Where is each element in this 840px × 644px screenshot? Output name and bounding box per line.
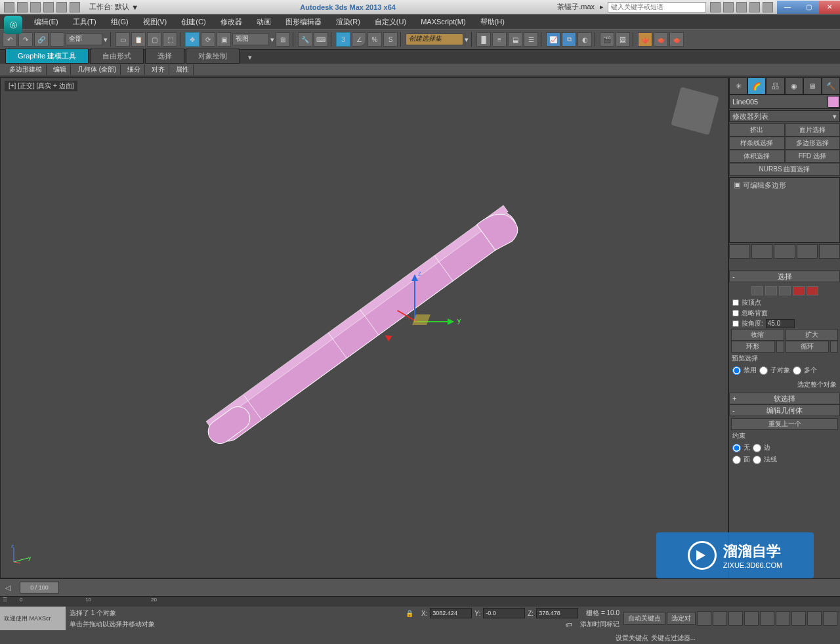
rollout-softselection-header[interactable]: +软选择: [729, 393, 840, 404]
unlink-button[interactable]: [50, 32, 64, 47]
ribbon-tab-freeform[interactable]: 自由形式: [90, 49, 144, 64]
modbtn-ffdselect[interactable]: FFD 选择: [785, 150, 841, 163]
render-production-button[interactable]: 🫖: [638, 32, 652, 47]
application-button[interactable]: Ⓐ: [4, 16, 22, 34]
constraint-normal-radio[interactable]: [753, 456, 761, 464]
display-tab-icon[interactable]: 🖥: [803, 77, 822, 95]
modbtn-nurbs[interactable]: NURBS 曲面选择: [729, 163, 840, 176]
select-and-scale-button[interactable]: ▣: [217, 32, 231, 47]
favorites-icon[interactable]: [710, 2, 721, 12]
ribbon-tab-objectpaint[interactable]: 对象绘制: [186, 49, 240, 64]
subobj-edge-icon[interactable]: [765, 286, 777, 295]
loop-button[interactable]: 循环: [786, 341, 830, 353]
spinner-snap-button[interactable]: S: [383, 32, 398, 47]
select-object-button[interactable]: ▭: [116, 32, 130, 47]
repeat-last-button[interactable]: 重复上一个: [731, 418, 838, 430]
ribbon-sub-geometry[interactable]: 几何体 (全部): [74, 64, 121, 75]
link-button[interactable]: 🔗: [34, 32, 49, 47]
menu-tools[interactable]: 工具(T): [66, 15, 103, 29]
minimize-button[interactable]: —: [777, 1, 798, 14]
time-tag-icon[interactable]: 🏷: [566, 621, 572, 628]
ribbon-sub-subdiv[interactable]: 细分: [123, 64, 145, 75]
menu-grapheditors[interactable]: 图形编辑器: [279, 15, 328, 29]
viewport-label[interactable]: [+] [正交] [真实 + 边面]: [5, 81, 77, 91]
render-iterative-button[interactable]: 🫖: [654, 32, 668, 47]
object-color-swatch[interactable]: [828, 96, 839, 108]
show-end-result-icon[interactable]: [751, 244, 772, 259]
coord-z-input[interactable]: 378.478: [536, 608, 578, 618]
ribbon-expand-icon[interactable]: ▾: [246, 51, 254, 64]
goto-end-button[interactable]: [760, 611, 774, 626]
next-frame-button[interactable]: [744, 611, 759, 626]
utilities-tab-icon[interactable]: 🔨: [822, 77, 840, 95]
percent-snap-button[interactable]: %: [368, 32, 382, 47]
by-vertex-checkbox[interactable]: 按顶点: [731, 297, 838, 308]
constraint-none-radio[interactable]: [732, 444, 741, 452]
modify-tab-icon[interactable]: 🌈: [747, 77, 766, 95]
constraint-edge-radio[interactable]: [753, 444, 761, 452]
keyfilter-button[interactable]: 关键点过滤器...: [651, 633, 696, 643]
model-object[interactable]: [106, 111, 604, 584]
remove-modifier-icon[interactable]: [797, 244, 818, 259]
menu-customize[interactable]: 自定义(U): [368, 15, 413, 29]
ribbon-toggle-button[interactable]: ☰: [524, 32, 538, 47]
menu-edit[interactable]: 编辑(E): [28, 15, 65, 29]
ribbon-sub-properties[interactable]: 属性: [172, 64, 194, 75]
autokey-button[interactable]: 自动关键点: [623, 612, 665, 625]
select-and-move-button[interactable]: ✥: [185, 32, 200, 47]
close-button[interactable]: ✕: [819, 1, 840, 14]
constraint-face-radio[interactable]: [732, 456, 741, 464]
layer-manager-button[interactable]: ⬓: [508, 32, 522, 47]
ring-spinner[interactable]: [776, 341, 784, 353]
by-angle-spinner[interactable]: 45.0: [766, 319, 795, 328]
schematic-view-button[interactable]: ⧉: [562, 32, 576, 47]
track-bar[interactable]: ☰ 0 10 20: [0, 596, 840, 607]
ignore-backfacing-checkbox[interactable]: 忽略背面: [731, 308, 838, 318]
maximize-button[interactable]: ▢: [798, 1, 819, 14]
rollout-editgeometry-header[interactable]: -编辑几何体: [729, 404, 840, 416]
angle-snap-button[interactable]: ∠: [352, 32, 366, 47]
setkey-button[interactable]: 设置关键点: [616, 633, 648, 643]
undo-button[interactable]: ↶: [3, 32, 17, 47]
render-setup-button[interactable]: 🎬: [600, 32, 614, 47]
modbtn-splineselect[interactable]: 样条线选择: [729, 137, 785, 150]
subobj-vertex-icon[interactable]: [751, 286, 763, 295]
zoom-extents-icon[interactable]: [807, 611, 822, 626]
ribbon-sub-align[interactable]: 对齐: [148, 64, 169, 75]
select-and-rotate-button[interactable]: ⟳: [201, 32, 215, 47]
play-button[interactable]: [728, 611, 743, 626]
subobj-border-icon[interactable]: [779, 286, 791, 295]
material-editor-button[interactable]: ◐: [578, 32, 592, 47]
selection-filter-combo[interactable]: 全部: [66, 33, 102, 45]
prev-frame-button[interactable]: [713, 611, 727, 626]
modbtn-patchselect[interactable]: 面片选择: [785, 123, 841, 137]
trackbar-menu-icon[interactable]: ☰: [3, 597, 7, 603]
preview-multi-radio[interactable]: [793, 366, 801, 375]
stack-item-editpoly[interactable]: ▣ 可编辑多边形: [731, 179, 838, 192]
by-angle-checkbox[interactable]: [732, 320, 739, 327]
workbench-label[interactable]: 工作台: 默认: [89, 2, 129, 12]
subobj-polygon-icon[interactable]: [793, 286, 805, 295]
modbtn-polyselect[interactable]: 多边形选择: [785, 137, 841, 150]
mirror-button[interactable]: ▐▌: [476, 32, 491, 47]
star-icon[interactable]: [736, 2, 747, 12]
named-selection-combo[interactable]: 创建选择集: [406, 33, 463, 45]
ring-button[interactable]: 环形: [731, 341, 775, 353]
project-icon[interactable]: [70, 2, 80, 12]
window-crossing-button[interactable]: ⬚: [163, 32, 177, 47]
magnet-icon[interactable]: [749, 2, 760, 12]
loop-spinner[interactable]: [830, 341, 838, 353]
make-unique-icon[interactable]: [774, 244, 795, 259]
dropdown-arrow-icon[interactable]: ▾: [270, 35, 274, 44]
new-icon[interactable]: [4, 2, 14, 12]
rendered-frame-button[interactable]: 🖼: [616, 32, 630, 47]
modifier-list-dropdown[interactable]: 修改器列表▾: [729, 110, 840, 122]
transform-gizmo[interactable]: z y: [368, 275, 460, 367]
selection-dropdown[interactable]: 选定对: [667, 612, 696, 625]
dropdown-arrow-icon[interactable]: ▾: [465, 35, 469, 44]
open-icon[interactable]: [17, 2, 28, 12]
coord-y-input[interactable]: -0.0: [483, 608, 525, 618]
save-icon[interactable]: [30, 2, 41, 12]
menu-maxscript[interactable]: MAXScript(M): [414, 16, 472, 28]
shrink-button[interactable]: 收缩: [731, 329, 784, 341]
